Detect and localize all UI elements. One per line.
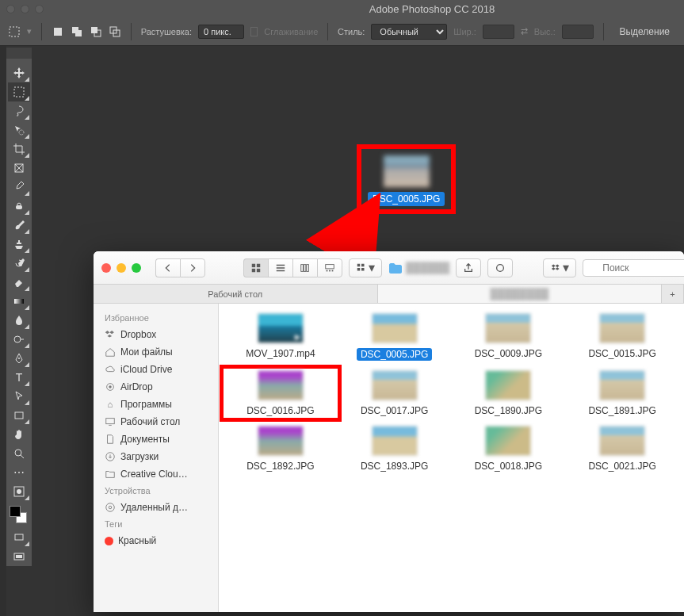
view-list-button[interactable]: [268, 258, 292, 277]
svg-rect-38: [361, 263, 365, 266]
eyedropper-tool[interactable]: [8, 178, 30, 197]
style-label: Стиль:: [338, 27, 365, 36]
svg-point-15: [14, 336, 21, 342]
finder-maximize[interactable]: [132, 263, 141, 273]
finder-sidebar: Избранное DropboxМои файлыiCloud DriveAi…: [94, 304, 219, 612]
sidebar-item-label: Красный: [118, 535, 156, 546]
file-grid[interactable]: MOV_1907.mp4DSC_0005.JPGDSC_0009.JPGDSC_…: [219, 304, 684, 612]
select-and-mask-button[interactable]: Выделение: [613, 23, 676, 40]
finder-tab[interactable]: ████████: [378, 285, 663, 303]
intersect-selection-icon[interactable]: [109, 23, 121, 40]
file-item[interactable]: DSC_0016.JPG: [225, 370, 336, 416]
crop-tool[interactable]: [8, 140, 30, 159]
screen-mode-tool[interactable]: [8, 528, 30, 547]
maximize-window[interactable]: [35, 5, 44, 13]
sidebar-item[interactable]: Dropbox: [94, 326, 218, 343]
file-thumbnail: [258, 370, 304, 400]
finder-close[interactable]: [101, 263, 111, 273]
file-item[interactable]: DSC_0015.JPG: [567, 313, 678, 361]
dropbox-button[interactable]: ▾: [543, 258, 576, 277]
lasso-tool[interactable]: [8, 101, 30, 121]
svg-point-9: [19, 130, 24, 135]
file-thumbnail: [372, 313, 418, 343]
sidebar-item[interactable]: Рабочий стол: [94, 413, 218, 430]
type-tool[interactable]: T: [8, 368, 30, 387]
add-selection-icon[interactable]: [71, 23, 83, 40]
brush-tool[interactable]: [8, 216, 30, 235]
swap-wh-icon[interactable]: ⇄: [521, 26, 528, 36]
screen-mode-btn[interactable]: [8, 547, 30, 566]
file-item[interactable]: DSC_0005.JPG: [339, 313, 450, 361]
feather-input[interactable]: [198, 25, 244, 39]
sidebar-item[interactable]: Удаленный д…: [94, 499, 218, 516]
clone-stamp-tool[interactable]: [8, 235, 30, 254]
healing-tool[interactable]: [8, 197, 30, 216]
rectangle-tool[interactable]: [8, 406, 30, 425]
width-input[interactable]: [483, 25, 514, 39]
finder-minimize[interactable]: [117, 263, 126, 273]
close-window[interactable]: [6, 5, 15, 13]
pen-tool[interactable]: [8, 349, 30, 368]
sidebar-item[interactable]: Документы: [94, 430, 218, 448]
new-selection-icon[interactable]: [52, 23, 64, 40]
minimize-window[interactable]: [21, 5, 29, 13]
quick-select-tool[interactable]: [8, 121, 30, 140]
file-name: MOV_1907.mp4: [246, 348, 315, 359]
forward-button[interactable]: [180, 258, 205, 277]
file-item[interactable]: DSC_1892.JPG: [225, 426, 336, 472]
back-button[interactable]: [155, 258, 180, 277]
file-item[interactable]: DSC_1890.JPG: [453, 370, 564, 416]
path-control[interactable]: ██████: [388, 262, 449, 274]
sidebar-item[interactable]: AirDrop: [94, 378, 218, 396]
svg-rect-29: [257, 268, 260, 271]
history-brush-tool[interactable]: [8, 254, 30, 273]
file-item[interactable]: DSC_0018.JPG: [453, 426, 564, 472]
app-titlebar: Adobe Photoshop CC 2018: [0, 0, 684, 17]
view-icons-button[interactable]: [243, 258, 268, 277]
marquee-tool[interactable]: [8, 82, 30, 101]
file-thumbnail: [599, 370, 645, 400]
subtract-selection-icon[interactable]: [90, 23, 102, 40]
quick-mask-tool[interactable]: [8, 482, 30, 501]
share-button[interactable]: [456, 258, 481, 277]
path-select-tool[interactable]: [8, 387, 30, 406]
svg-rect-30: [301, 264, 304, 271]
hand-tool[interactable]: [8, 425, 30, 444]
finder-tab[interactable]: Рабочий стол: [94, 285, 378, 303]
tags-button[interactable]: [487, 258, 513, 277]
file-item[interactable]: DSC_1891.JPG: [567, 370, 678, 416]
svg-rect-1: [54, 28, 62, 36]
arrange-button[interactable]: ▾: [349, 258, 382, 277]
foreground-color-swatch[interactable]: [10, 506, 21, 517]
color-swatches[interactable]: [8, 504, 30, 528]
new-tab-button[interactable]: +: [662, 285, 684, 303]
sidebar-item[interactable]: Creative Clou…: [94, 465, 218, 483]
view-gallery-button[interactable]: [317, 258, 342, 277]
sidebar-item[interactable]: ⌂Программы: [94, 396, 218, 413]
zoom-tool[interactable]: [8, 444, 30, 463]
sidebar-item[interactable]: iCloud Drive: [94, 361, 218, 378]
height-input[interactable]: [562, 25, 594, 39]
sidebar-item[interactable]: Мои файлы: [94, 343, 218, 361]
blur-tool[interactable]: [8, 311, 30, 330]
file-item[interactable]: MOV_1907.mp4: [225, 313, 336, 361]
edit-toolbar[interactable]: ⋯: [8, 463, 30, 482]
sidebar-item-label: Creative Clou…: [120, 469, 188, 480]
frame-tool[interactable]: [8, 159, 30, 178]
marquee-tool-icon[interactable]: [8, 23, 21, 40]
antialias-checkbox[interactable]: [250, 27, 258, 36]
eraser-tool[interactable]: [8, 273, 30, 292]
gradient-tool[interactable]: [8, 292, 30, 311]
file-name: DSC_0021.JPG: [588, 461, 655, 472]
search-input[interactable]: [583, 259, 684, 277]
file-item[interactable]: DSC_1893.JPG: [339, 426, 450, 472]
dodge-tool[interactable]: [8, 330, 30, 349]
sidebar-item[interactable]: Загрузки: [94, 448, 218, 465]
file-item[interactable]: DSC_0017.JPG: [339, 370, 450, 416]
view-columns-button[interactable]: [292, 258, 317, 277]
move-tool[interactable]: [8, 63, 30, 82]
file-item[interactable]: DSC_0021.JPG: [567, 426, 678, 472]
sidebar-tag[interactable]: Красный: [94, 532, 218, 549]
style-select[interactable]: Обычный: [371, 24, 447, 40]
file-item[interactable]: DSC_0009.JPG: [453, 313, 564, 361]
